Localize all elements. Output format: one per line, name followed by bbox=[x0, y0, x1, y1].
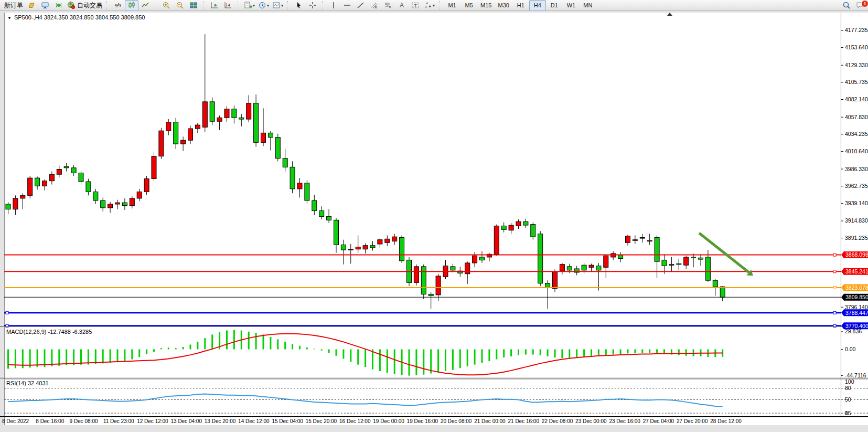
fibo-icon: F bbox=[384, 1, 392, 9]
candle-down bbox=[101, 201, 105, 208]
tf-m30-button[interactable]: M30 bbox=[495, 0, 512, 11]
price-label-box: 3809.850 bbox=[841, 294, 868, 301]
bars-icon bbox=[114, 1, 122, 9]
candle-down bbox=[428, 294, 433, 296]
equidistant-channel-button[interactable]: E bbox=[368, 0, 381, 11]
svg-text:A: A bbox=[400, 2, 404, 9]
profiles-button[interactable]: ▾ bbox=[256, 0, 271, 11]
tf-m5-button[interactable]: M5 bbox=[460, 0, 477, 11]
line-handle[interactable] bbox=[833, 311, 836, 314]
dropdown-arrow-icon[interactable]: ▾ bbox=[267, 3, 269, 8]
time-tick-label: 13 Dec 20:00 bbox=[205, 418, 236, 424]
auto-scroll-button[interactable] bbox=[208, 0, 221, 11]
dropdown-arrow-icon[interactable]: ▾ bbox=[281, 3, 283, 8]
candle-up bbox=[217, 118, 222, 121]
time-tick-label: 8 Dec 2022 bbox=[2, 418, 29, 424]
crosshair-icon bbox=[308, 1, 317, 9]
candle-down bbox=[93, 192, 98, 201]
new-chart-button[interactable]: ▾ bbox=[242, 0, 256, 11]
price-tick-label: 4082.140 bbox=[845, 96, 868, 102]
textA-icon: A bbox=[398, 1, 406, 9]
channel-icon: E bbox=[370, 1, 379, 9]
tf-mn-button[interactable]: MN bbox=[580, 0, 596, 11]
candle-up bbox=[640, 238, 645, 239]
tf-m15-button[interactable]: M15 bbox=[477, 0, 495, 11]
candle-down bbox=[582, 265, 586, 270]
candle-up bbox=[57, 170, 61, 175]
line-handle[interactable] bbox=[833, 270, 836, 273]
candle-down bbox=[531, 225, 535, 237]
chartshift-icon bbox=[224, 1, 232, 9]
candle-up bbox=[356, 247, 360, 249]
candle-up bbox=[130, 198, 134, 206]
zoom-in-button[interactable] bbox=[159, 0, 173, 11]
chart-title: ▼SP500-,H4 3824.350 3824.850 3804.550 38… bbox=[7, 14, 145, 20]
vertical-line-button[interactable] bbox=[327, 0, 340, 11]
horizontal-line-button[interactable] bbox=[340, 0, 354, 11]
candle-down bbox=[254, 103, 259, 143]
dropdown-arrow-icon[interactable]: ▾ bbox=[253, 3, 255, 8]
time-tick-label: 28 Dec 12:00 bbox=[710, 418, 742, 424]
candlestick-chart-button[interactable] bbox=[125, 0, 138, 11]
candle-down bbox=[283, 159, 287, 167]
price-label-box: 3823.078 bbox=[841, 284, 868, 291]
chart-title-text: SP500-,H4 3824.350 3824.850 3804.550 380… bbox=[14, 14, 145, 20]
tf-m1-button[interactable]: M1 bbox=[444, 0, 460, 11]
tf-h4-button[interactable]: H4 bbox=[529, 0, 546, 11]
terminal-button[interactable] bbox=[38, 0, 52, 11]
candle-up bbox=[436, 276, 441, 295]
text-button[interactable]: A bbox=[395, 0, 409, 11]
zoom-out-button[interactable] bbox=[173, 0, 187, 11]
price-label-box: 3845.241 bbox=[841, 268, 868, 275]
dropdown-arrow-icon[interactable]: ▾ bbox=[433, 3, 435, 8]
tile-windows-button[interactable] bbox=[187, 0, 200, 11]
tiles-icon bbox=[189, 1, 198, 9]
chart-canvas[interactable]: 4177.2354153.6404129.3304105.7354082.140… bbox=[0, 0, 868, 432]
line-handle[interactable] bbox=[833, 254, 836, 256]
candle-up bbox=[378, 240, 382, 244]
candle-down bbox=[174, 122, 178, 144]
fibonacci-button[interactable]: F bbox=[381, 0, 395, 11]
macd-indicator-label: MACD(12,26,9) -12.7488 -6.3285 bbox=[6, 329, 92, 335]
svg-text:3788.447: 3788.447 bbox=[845, 310, 868, 316]
search-button[interactable] bbox=[840, 0, 853, 11]
bar-chart-button[interactable] bbox=[111, 0, 125, 11]
candle-down bbox=[720, 287, 725, 297]
line-handle[interactable] bbox=[833, 286, 836, 289]
price-tick-label: 3986.330 bbox=[845, 166, 868, 172]
auto-trading-button[interactable]: 自动交易 bbox=[66, 0, 104, 11]
chart-collapse-icon[interactable]: ▼ bbox=[7, 16, 12, 20]
candle-down bbox=[567, 267, 572, 270]
candle-up bbox=[414, 267, 419, 282]
tf-w1-button[interactable]: W1 bbox=[563, 0, 580, 11]
charts-window-button[interactable] bbox=[25, 0, 38, 11]
text-label-button[interactable]: T bbox=[409, 0, 422, 11]
arrows-shapes-button[interactable]: ▾ bbox=[422, 0, 436, 11]
cursor-button[interactable] bbox=[292, 0, 306, 11]
tf-h1-button[interactable]: H1 bbox=[512, 0, 529, 11]
trendline-button[interactable] bbox=[354, 0, 368, 11]
candle-down bbox=[501, 226, 506, 229]
crosshair-button[interactable] bbox=[306, 0, 319, 11]
line-chart-button[interactable] bbox=[138, 0, 152, 11]
new-order-button[interactable]: 新订单 bbox=[1, 0, 25, 11]
strategy-signal-button[interactable] bbox=[52, 0, 66, 11]
candle-down bbox=[596, 266, 601, 270]
candle-up bbox=[516, 222, 521, 226]
tf-d1-button[interactable]: D1 bbox=[546, 0, 563, 11]
templates-button[interactable]: ▾ bbox=[271, 0, 285, 11]
candle-up bbox=[166, 122, 171, 131]
candle-down bbox=[370, 246, 375, 248]
time-tick-label: 13 Dec 04:00 bbox=[171, 418, 202, 424]
line-handle[interactable] bbox=[6, 311, 8, 314]
candle-down bbox=[451, 267, 455, 270]
time-tick-label: 20 Dec 08:00 bbox=[441, 418, 472, 424]
candle-up bbox=[684, 257, 689, 265]
notifications-button[interactable]: 1 bbox=[853, 0, 867, 11]
chartimg-icon bbox=[272, 1, 281, 9]
price-tick-label: 3914.830 bbox=[845, 217, 868, 224]
candle-up bbox=[385, 239, 390, 243]
time-tick-label: 21 Dec 16:00 bbox=[508, 418, 540, 424]
svg-text:3868.098: 3868.098 bbox=[845, 251, 868, 258]
chart-shift-button[interactable] bbox=[221, 0, 235, 11]
